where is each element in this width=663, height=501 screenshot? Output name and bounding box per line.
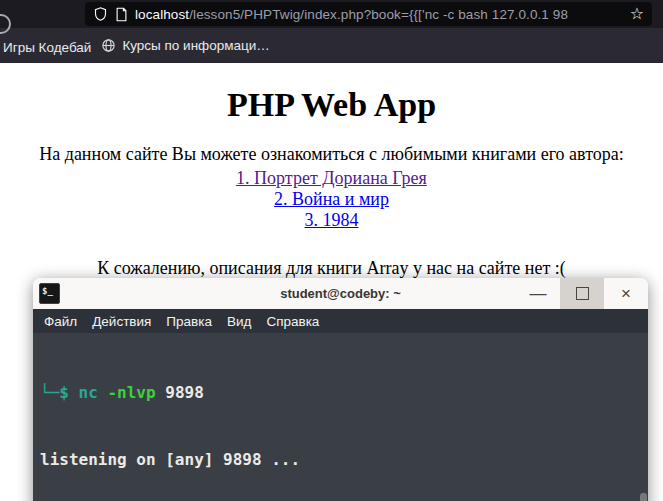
- terminal-output[interactable]: └─$ nc -nlvp 9898 listening on [any] 989…: [33, 333, 648, 501]
- browser-toolbar: localhost/lesson5/PHPTwig/index.php?book…: [0, 0, 663, 28]
- book-link-2[interactable]: 2. Война и мир: [0, 189, 663, 210]
- window-controls: — ×: [516, 278, 648, 309]
- terminal-scrollbar[interactable]: [640, 493, 647, 501]
- prompt-symbol: └─$: [40, 383, 69, 402]
- bookmarks-bar: Игры Кодебай Курсы по информаци…: [0, 28, 663, 63]
- url-path: /lesson5/PHPTwig/index.php?book={{['nc -…: [189, 7, 568, 22]
- shield-icon[interactable]: [93, 6, 108, 22]
- terminal-line: listening on [any] 9898 ...: [40, 449, 634, 471]
- url-host: localhost: [135, 7, 189, 22]
- terminal-menubar: Файл Действия Правка Вид Справка: [33, 309, 648, 333]
- bookmark-item-courses[interactable]: Курсы по информаци…: [101, 38, 269, 53]
- bookmark-star-icon[interactable]: ☆: [630, 6, 644, 22]
- url-fade: [589, 7, 623, 22]
- terminal-prompt-line: └─$ nc -nlvp 9898: [40, 382, 634, 404]
- menu-actions[interactable]: Действия: [92, 314, 151, 329]
- no-description-message: К сожалению, описания для книги Array у …: [0, 258, 663, 279]
- bookmark-label: Игры Кодебай: [3, 40, 91, 55]
- close-button[interactable]: ×: [604, 278, 648, 309]
- page-title: PHP Web App: [0, 63, 663, 124]
- terminal-window: $_ student@codeby: ~ — × Файл Действия П…: [33, 278, 648, 501]
- command-args: -nlvp: [107, 383, 155, 402]
- menu-file[interactable]: Файл: [44, 314, 77, 329]
- bookmark-label: Курсы по информаци…: [122, 38, 269, 53]
- menu-edit[interactable]: Правка: [166, 314, 212, 329]
- menu-view[interactable]: Вид: [227, 314, 251, 329]
- intro-text: На данном сайте Вы можете ознакомиться с…: [0, 144, 663, 165]
- book-links: 1. Портрет Дориана Грея 2. Война и мир 3…: [0, 168, 663, 231]
- globe-icon: [101, 38, 116, 53]
- url-bar[interactable]: localhost/lesson5/PHPTwig/index.php?book…: [85, 2, 652, 26]
- page-icon[interactable]: [115, 7, 128, 22]
- maximize-button[interactable]: [560, 278, 604, 309]
- menu-help[interactable]: Справка: [266, 314, 319, 329]
- terminal-titlebar[interactable]: $_ student@codeby: ~ — ×: [33, 278, 648, 309]
- bookmark-item-games[interactable]: Игры Кодебай: [3, 40, 91, 55]
- book-link-3[interactable]: 3. 1984: [0, 210, 663, 231]
- url-input[interactable]: localhost/lesson5/PHPTwig/index.php?book…: [135, 7, 623, 22]
- minimize-button[interactable]: —: [516, 278, 560, 309]
- command-port: 9898: [165, 383, 204, 402]
- book-link-1[interactable]: 1. Портрет Дориана Грея: [0, 168, 663, 189]
- command-nc: nc: [79, 383, 98, 402]
- maximize-icon: [576, 287, 589, 300]
